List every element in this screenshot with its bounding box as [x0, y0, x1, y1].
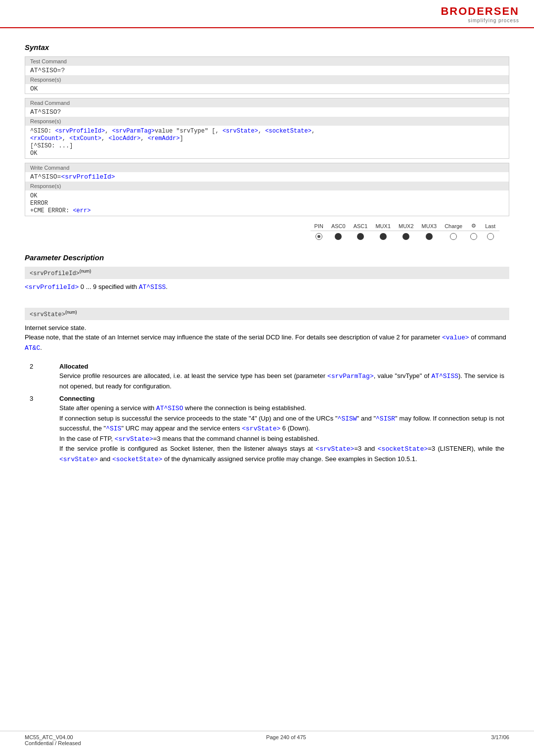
param-value-3-row: 3 Connecting State after opening a servi… [25, 393, 509, 466]
mux3-cell [418, 231, 441, 244]
mux1-circle [380, 233, 387, 240]
pin-circle [315, 233, 322, 240]
last-cell [481, 231, 499, 244]
sisr-ref: ^SISR [376, 415, 395, 423]
write-response-value: OK ERROR +CME ERROR: <err> [25, 190, 509, 216]
srv-state-ref: <srvState> [242, 425, 280, 432]
test-response-row: OK [25, 84, 509, 94]
mux2-col-header: MUX2 [395, 221, 418, 231]
siss-ref: AT^SISS [139, 284, 166, 291]
read-response-value: ^SISO: <srvProfileId>, <srvParmTag>value… [25, 126, 509, 159]
param-value-3-content: Connecting State after opening a service… [54, 393, 509, 466]
test-response-code: OK [25, 84, 509, 94]
param-value-2-content: Allocated Service profile resources are … [54, 361, 509, 393]
test-response-label-row: Response(s) [25, 75, 509, 84]
srv-state-param-header: <srvState>(num) [25, 308, 509, 320]
syntax-title: Syntax [25, 43, 509, 51]
last-col-header: Last [481, 221, 499, 231]
logo-area: BRODERSEN simplifying process [441, 5, 519, 23]
socket-state-ref: <socketState> [378, 445, 428, 453]
footer-doc-id: MC55_ATC_V04.00 [25, 734, 81, 740]
write-response-label: Response(s) [25, 182, 509, 190]
syntax-block-write: Write Command AT^SISO=<srvProfileId> Res… [25, 163, 509, 216]
main-content: Syntax Test Command AT^SISO=? Response(s… [0, 28, 534, 476]
asc1-cell [350, 231, 372, 244]
footer-confidential: Confidential / Released [25, 740, 81, 746]
write-command-label-row: Write Command [25, 163, 509, 173]
srv-profile-id-desc: <srvProfileId> 0 ... 9 specified with AT… [25, 282, 509, 292]
srv-profile-id-name: <srvProfileId> [30, 270, 80, 277]
test-command-label: Test Command [25, 57, 509, 66]
atc-ref: AT&C [25, 344, 40, 352]
value-ref: <value> [442, 334, 469, 341]
write-response-row: OK ERROR +CME ERROR: <err> [25, 190, 509, 216]
asc0-circle [335, 233, 342, 240]
read-command-label: Read Command [25, 98, 509, 108]
footer-left: MC55_ATC_V04.00 Confidential / Released [25, 734, 81, 746]
param-values-table: 2 Allocated Service profile resources ar… [25, 361, 509, 466]
test-command-code-row: AT^SISO=? [25, 66, 509, 75]
footer-date: 3/17/06 [491, 734, 509, 746]
siso-ref: AT^SISO [156, 405, 183, 412]
test-command-code: AT^SISO=? [25, 66, 509, 75]
pin-table-container: PIN ASC0 ASC1 MUX1 MUX2 MUX3 Charge ⚙ La… [25, 221, 509, 243]
param-description-section: Parameter Description <srvProfileId>(num… [25, 253, 509, 466]
footer-page-number: Page 240 of 475 [266, 734, 306, 746]
write-command-table: Write Command AT^SISO=<srvProfileId> Res… [25, 163, 509, 216]
param-value-3-title: Connecting [59, 395, 504, 403]
srv-state-name: <srvState> [30, 311, 65, 318]
charge-col-header: Charge [441, 221, 466, 231]
srv-profile-id-ref: <srvProfileId> [25, 284, 79, 291]
syntax-block-test: Test Command AT^SISO=? Response(s) OK [25, 56, 509, 94]
sis-ref: ^SIS [106, 425, 121, 432]
read-command-code-row: AT^SISO? [25, 107, 509, 117]
param-value-2-num: 2 [25, 361, 54, 393]
settings-circle [470, 233, 477, 240]
siss-ref2: AT^SISS [431, 373, 458, 380]
srv-state-intro: Internet service state. Please note, tha… [25, 323, 509, 353]
test-command-label-row: Test Command [25, 57, 509, 66]
test-response-label: Response(s) [25, 75, 509, 84]
mux1-col-header: MUX1 [371, 221, 395, 231]
pin-cell [311, 231, 327, 244]
srv-state-ref2: <srvState> [115, 435, 153, 443]
mux1-cell [371, 231, 395, 244]
pin-table: PIN ASC0 ASC1 MUX1 MUX2 MUX3 Charge ⚙ La… [311, 221, 499, 243]
last-circle [487, 233, 494, 240]
pin-table-header-row: PIN ASC0 ASC1 MUX1 MUX2 MUX3 Charge ⚙ La… [311, 221, 499, 231]
write-command-code-row: AT^SISO=<srvProfileId> [25, 172, 509, 182]
write-command-code: AT^SISO=<srvProfileId> [25, 172, 509, 182]
read-command-code: AT^SISO? [25, 107, 509, 117]
read-command-table: Read Command AT^SISO? Response(s) ^SISO:… [25, 98, 509, 159]
srv-profile-id-sup: (num) [80, 269, 91, 274]
srv-parm-tag-ref: <srvParmTag> [327, 373, 374, 380]
socket-state-ref2: <socketState> [112, 456, 162, 463]
write-response-label-row: Response(s) [25, 182, 509, 190]
sisw-ref: ^SISW [338, 415, 357, 423]
settings-col-header: ⚙ [466, 221, 481, 231]
charge-cell [441, 231, 466, 244]
param-value-2-text: Service profile resources are allocated,… [59, 371, 504, 391]
logo-text: BRODERSEN [441, 5, 519, 18]
srv-state-ref4: <srvState> [59, 456, 98, 463]
srv-profile-id-param-header: <srvProfileId>(num) [25, 267, 509, 279]
read-response-label-row: Response(s) [25, 117, 509, 126]
read-response-label: Response(s) [25, 117, 509, 126]
asc1-circle [357, 233, 364, 240]
settings-cell [466, 231, 481, 244]
pin-table-data-row [311, 231, 499, 244]
asc0-col-header: ASC0 [327, 221, 350, 231]
read-response-row: ^SISO: <srvProfileId>, <srvParmTag>value… [25, 126, 509, 159]
pin-col-header: PIN [311, 221, 327, 231]
param-value-3-text: State after opening a service with AT^SI… [59, 403, 504, 464]
write-command-label: Write Command [25, 163, 509, 173]
test-command-table: Test Command AT^SISO=? Response(s) OK [25, 56, 509, 94]
logo-sub: simplifying process [468, 18, 519, 23]
mux3-col-header: MUX3 [418, 221, 441, 231]
read-command-label-row: Read Command [25, 98, 509, 108]
param-description-title: Parameter Description [25, 253, 509, 262]
mux2-circle [402, 233, 409, 240]
param-value-2-row: 2 Allocated Service profile resources ar… [25, 361, 509, 393]
syntax-block-read: Read Command AT^SISO? Response(s) ^SISO:… [25, 98, 509, 159]
srv-state-ref3: <srvState> [315, 445, 354, 453]
